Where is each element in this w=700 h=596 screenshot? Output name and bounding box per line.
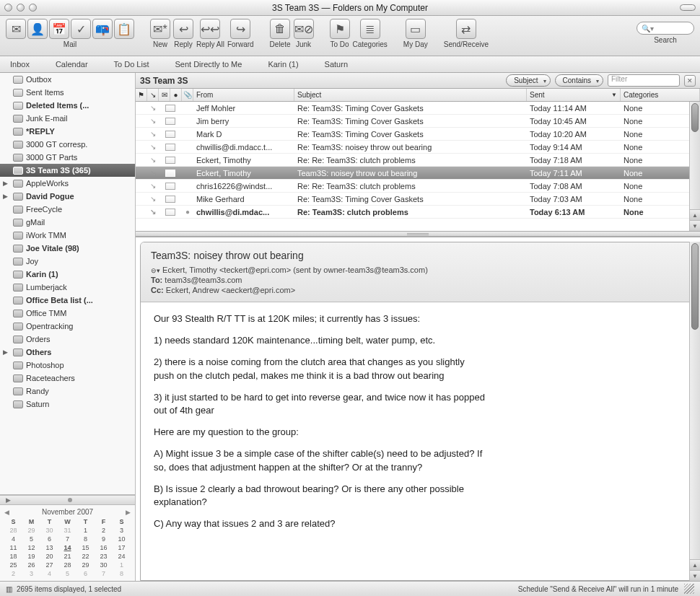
message-row[interactable]: ↘Jim berryRe: Team3S: Timing Cover Gaske… <box>136 115 700 128</box>
message-row[interactable]: ↘Eckert, TimothyRe: Re: Team3S: clutch p… <box>136 154 700 167</box>
folder-item[interactable]: Orders <box>0 333 135 346</box>
search-input[interactable]: 🔍▾ <box>636 22 694 35</box>
message-row[interactable]: ↘Eckert, TimothyTeam3S: noisey throw out… <box>136 167 700 180</box>
disclosure-icon[interactable]: ▶ <box>3 193 8 200</box>
col-attachment[interactable]: 📎 <box>182 89 193 101</box>
folder-item[interactable]: Randy <box>0 385 135 398</box>
cal-day[interactable]: 5 <box>58 569 76 578</box>
prev-month-icon[interactable]: ◀ <box>4 509 9 516</box>
cal-day[interactable]: 2 <box>95 526 113 535</box>
folder-item[interactable]: gMail <box>0 216 135 229</box>
folder-item[interactable]: Outbox <box>0 73 135 86</box>
cal-day[interactable]: 9 <box>95 535 113 543</box>
col-sent[interactable]: Sent▼ <box>527 89 621 101</box>
cal-day[interactable]: 19 <box>22 552 40 561</box>
scroll-down-icon[interactable]: ▼ <box>690 570 700 581</box>
resize-grip[interactable] <box>684 584 694 594</box>
toolbar-button[interactable]: ✉⊘ <box>294 19 314 39</box>
col-link[interactable]: ↘ <box>147 89 159 101</box>
col-flag[interactable]: ⚑ <box>136 89 147 101</box>
toolbar-button[interactable]: ↩ <box>173 19 193 39</box>
folder-item[interactable]: Deleted Items (... <box>0 99 135 112</box>
toolbar-button[interactable]: ↪ <box>230 19 250 39</box>
folder-item[interactable]: Photoshop <box>0 359 135 372</box>
toolbar-button[interactable]: ≣ <box>360 19 380 39</box>
col-priority[interactable]: ● <box>170 89 182 101</box>
folder-item[interactable]: ▶David Pogue <box>0 190 135 203</box>
folder-item[interactable]: Karin (1) <box>0 268 135 281</box>
favorites-tab[interactable]: To Do List <box>108 58 155 71</box>
folder-item[interactable]: 3000 GT Parts <box>0 151 135 164</box>
cal-day[interactable]: 30 <box>95 561 113 569</box>
cal-day[interactable]: 27 <box>40 561 58 569</box>
cal-day[interactable]: 22 <box>76 552 95 561</box>
scrollbar-thumb[interactable] <box>691 243 699 330</box>
cal-day[interactable]: 6 <box>40 535 58 543</box>
folder-item[interactable]: 3S Team 3S (365) <box>0 164 135 177</box>
folder-item[interactable]: ▶Others <box>0 346 135 359</box>
preview-scrollbar[interactable]: ▲ ▼ <box>689 242 700 581</box>
cal-day[interactable]: 3 <box>22 569 40 578</box>
cal-day[interactable]: 12 <box>22 543 40 552</box>
cal-day[interactable]: 6 <box>76 569 95 578</box>
col-categories[interactable]: Categories <box>621 89 700 101</box>
cal-day[interactable]: 23 <box>95 552 113 561</box>
cal-day[interactable]: 28 <box>58 561 76 569</box>
next-month-icon[interactable]: ▶ <box>126 509 131 516</box>
cal-day[interactable]: 17 <box>113 543 131 552</box>
splitter[interactable] <box>136 232 700 237</box>
cal-day[interactable]: 20 <box>40 552 58 561</box>
folder-item[interactable]: Opentracking <box>0 320 135 333</box>
pane-divider[interactable]: ▶ <box>0 495 135 505</box>
disclosure-icon[interactable]: ▶ <box>3 349 8 356</box>
favorites-tab[interactable]: Inbox <box>4 58 35 71</box>
toolbar-button[interactable]: ✉ <box>6 19 26 39</box>
col-subject[interactable]: Subject <box>294 89 527 101</box>
cal-day[interactable]: 1 <box>76 526 95 535</box>
cal-day[interactable]: 7 <box>58 535 76 543</box>
cal-day[interactable]: 24 <box>113 552 131 561</box>
toolbar-button[interactable]: 📋 <box>114 19 134 39</box>
col-status[interactable]: ✉ <box>159 89 170 101</box>
cal-day[interactable]: 26 <box>22 561 40 569</box>
cal-day[interactable]: 29 <box>22 526 40 535</box>
toolbar-button[interactable]: ⇄ <box>456 19 476 39</box>
toolbar-button[interactable]: 👤 <box>27 19 48 39</box>
cal-day[interactable]: 31 <box>58 526 76 535</box>
filter-field-select[interactable]: Subject <box>506 74 550 87</box>
cal-day[interactable]: 10 <box>113 535 131 543</box>
message-row[interactable]: ↘Mark DRe: Team3S: Timing Cover GasketsT… <box>136 128 700 141</box>
toolbar-button[interactable]: ⚑ <box>330 19 350 39</box>
message-row[interactable]: ↘●chwillis@di.mdac...Re: Team3S: clutch … <box>136 206 700 219</box>
favorites-tab[interactable]: Saturn <box>319 58 354 71</box>
cal-day[interactable]: 4 <box>4 535 22 543</box>
cal-day[interactable]: 2 <box>4 569 22 578</box>
expand-icon[interactable]: ⊖▾ <box>151 267 160 274</box>
filter-op-select[interactable]: Contains <box>555 74 603 87</box>
folder-item[interactable]: 3000 GT corresp. <box>0 138 135 151</box>
clear-filter-button[interactable]: ✕ <box>684 75 696 87</box>
cal-day[interactable]: 14 <box>58 543 76 552</box>
list-scrollbar[interactable]: ▲ ▼ <box>689 102 700 231</box>
toolbar-button[interactable]: ↩↩ <box>200 19 220 39</box>
scrollbar-thumb[interactable] <box>691 103 699 132</box>
disclosure-icon[interactable]: ▶ <box>3 180 8 187</box>
folder-item[interactable]: Office TMM <box>0 307 135 320</box>
message-row[interactable]: ↘chwillis@di.mdacc.t...Re: Team3S: noise… <box>136 141 700 154</box>
folder-item[interactable]: FreeCycle <box>0 203 135 216</box>
folder-item[interactable]: Raceteachers <box>0 372 135 385</box>
favorites-tab[interactable]: Calendar <box>50 58 94 71</box>
folder-item[interactable]: Junk E-mail <box>0 112 135 125</box>
cal-day[interactable]: 4 <box>40 569 58 578</box>
cal-day[interactable]: 8 <box>113 569 131 578</box>
cal-day[interactable]: 25 <box>4 561 22 569</box>
folder-item[interactable]: Office Beta list (... <box>0 294 135 307</box>
cal-day[interactable]: 15 <box>76 543 95 552</box>
cal-day[interactable]: 28 <box>4 526 22 535</box>
message-row[interactable]: ↘Jeff MohlerRe: Team3S: Timing Cover Gas… <box>136 102 700 115</box>
cal-day[interactable]: 13 <box>40 543 58 552</box>
cal-day[interactable]: 30 <box>40 526 58 535</box>
folder-item[interactable]: ▶AppleWorks <box>0 177 135 190</box>
cal-day[interactable]: 3 <box>113 526 131 535</box>
scroll-down-icon[interactable]: ▼ <box>690 220 700 231</box>
